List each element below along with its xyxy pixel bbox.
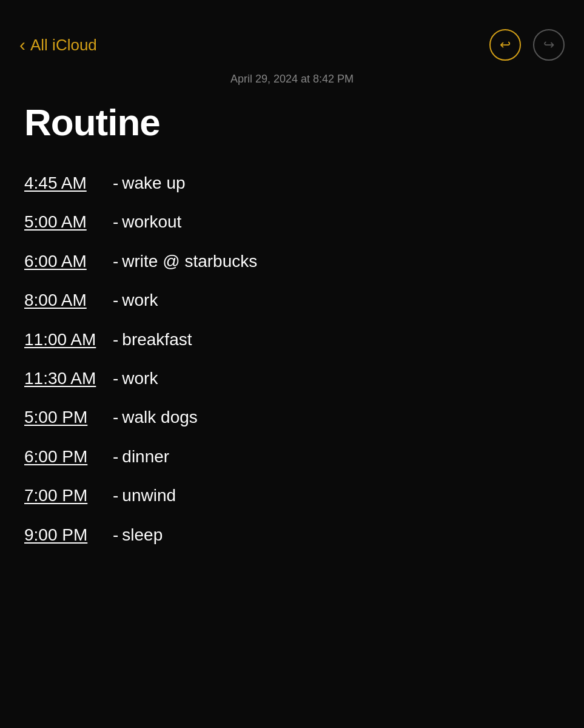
note-title: Routine [0, 103, 584, 164]
routine-separator: - [113, 172, 118, 194]
routine-separator: - [113, 329, 118, 351]
header: ‹ All iCloud ↩ ↪ [0, 0, 584, 68]
routine-separator: - [113, 211, 118, 233]
routine-separator: - [113, 524, 118, 546]
routine-item: 8:00 AM - work [24, 281, 560, 320]
back-label: All iCloud [30, 36, 97, 55]
undo-icon: ↩ [500, 37, 511, 53]
routine-time: 6:00 AM [24, 251, 109, 272]
note-timestamp: April 29, 2024 at 8:42 PM [0, 68, 584, 103]
routine-activity: dinner [122, 446, 169, 468]
routine-activity: unwind [122, 485, 176, 507]
redo-button[interactable]: ↪ [533, 29, 565, 61]
routine-activity: sleep [122, 524, 163, 546]
routine-activity: breakfast [122, 329, 192, 351]
routine-separator: - [113, 289, 118, 311]
routine-item: 6:00 PM - dinner [24, 437, 560, 476]
routine-item: 9:00 PM - sleep [24, 516, 560, 554]
routine-item: 11:30 AM - work [24, 359, 560, 398]
routine-time: 11:00 AM [24, 329, 109, 351]
routine-activity: wake up [122, 172, 185, 194]
routine-time: 7:00 PM [24, 485, 109, 507]
routine-time: 8:00 AM [24, 289, 109, 311]
routine-time: 4:45 AM [24, 172, 109, 194]
routine-activity: write @ starbucks [122, 251, 257, 272]
header-actions: ↩ ↪ [489, 29, 565, 61]
routine-time: 6:00 PM [24, 446, 109, 468]
routine-item: 6:00 AM - write @ starbucks [24, 242, 560, 281]
routine-separator: - [113, 251, 118, 272]
routine-separator: - [113, 446, 118, 468]
routine-list: 4:45 AM - wake up5:00 AM - workout6:00 A… [0, 164, 584, 554]
routine-activity: walk dogs [122, 406, 198, 428]
routine-separator: - [113, 485, 118, 507]
redo-icon: ↪ [543, 37, 554, 53]
routine-time: 5:00 PM [24, 406, 109, 428]
routine-activity: work [122, 289, 158, 311]
routine-separator: - [113, 406, 118, 428]
back-button[interactable]: ‹ All iCloud [19, 36, 97, 55]
routine-time: 11:30 AM [24, 368, 109, 389]
routine-item: 4:45 AM - wake up [24, 164, 560, 203]
routine-item: 5:00 AM - workout [24, 203, 560, 241]
routine-separator: - [113, 368, 118, 389]
routine-time: 9:00 PM [24, 524, 109, 546]
back-chevron-icon: ‹ [19, 36, 25, 54]
routine-item: 5:00 PM - walk dogs [24, 398, 560, 437]
routine-activity: work [122, 368, 158, 389]
routine-item: 7:00 PM - unwind [24, 476, 560, 515]
undo-button[interactable]: ↩ [489, 29, 521, 61]
routine-time: 5:00 AM [24, 211, 109, 233]
routine-item: 11:00 AM - breakfast [24, 320, 560, 359]
routine-activity: workout [122, 211, 181, 233]
